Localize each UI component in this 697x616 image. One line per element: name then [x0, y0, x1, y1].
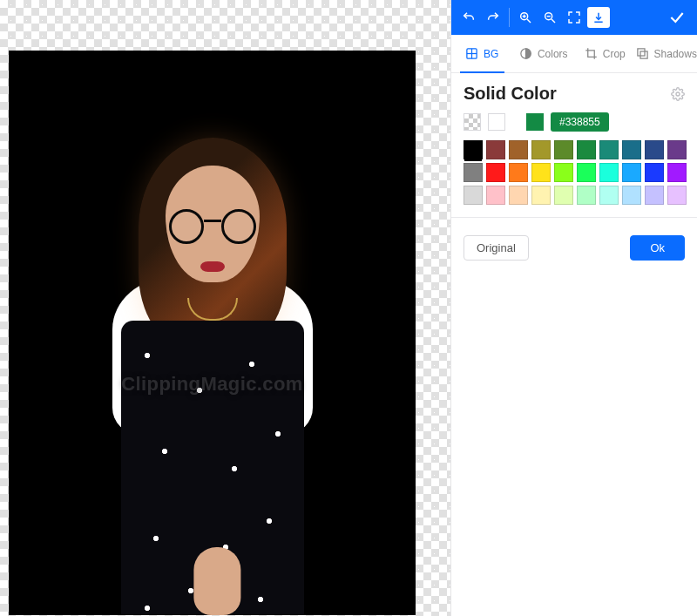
zoom-in-button[interactable] — [513, 5, 538, 30]
color-swatch[interactable] — [645, 163, 664, 182]
zoom-in-icon — [518, 10, 532, 24]
subject-lips — [200, 261, 225, 272]
svg-rect-12 — [640, 51, 647, 58]
canvas-area[interactable]: ClippingMagic.com — [0, 0, 450, 616]
tabs-bar: BG Colors Crop Shadows — [451, 35, 697, 73]
shadows-icon — [636, 47, 649, 60]
color-swatch[interactable] — [622, 186, 641, 205]
checkmark-icon — [668, 9, 686, 26]
subject-glasses — [169, 209, 256, 240]
tab-label: Crop — [603, 48, 626, 60]
tab-label: BG — [484, 48, 498, 60]
undo-button[interactable] — [457, 5, 481, 30]
color-swatch[interactable] — [464, 186, 483, 205]
download-icon — [592, 11, 605, 24]
top-toolbar — [451, 0, 697, 35]
color-swatch[interactable] — [645, 186, 664, 205]
redo-button[interactable] — [481, 5, 505, 30]
preset-current-color[interactable] — [526, 113, 544, 131]
download-button[interactable] — [586, 5, 611, 30]
toolbar-separator — [509, 8, 510, 27]
color-swatch[interactable] — [622, 140, 641, 159]
color-swatch[interactable] — [577, 140, 596, 159]
color-swatch[interactable] — [486, 186, 505, 205]
color-swatch[interactable] — [486, 140, 505, 159]
tab-label: Shadows — [654, 48, 697, 60]
hex-input[interactable]: #338855 — [551, 112, 609, 132]
preset-row: #338855 — [464, 112, 685, 132]
sidebar: BG Colors Crop Shadows Solid Color — [450, 0, 697, 616]
svg-rect-11 — [637, 49, 644, 56]
confirm-button[interactable] — [662, 9, 692, 26]
color-swatch[interactable] — [509, 163, 528, 182]
tab-colors[interactable]: Colors — [513, 35, 575, 72]
svg-line-5 — [552, 19, 555, 23]
color-swatch[interactable] — [464, 163, 483, 182]
original-button[interactable]: Original — [464, 235, 529, 261]
bg-grid-icon — [465, 47, 478, 60]
bg-settings-button[interactable] — [671, 87, 685, 101]
bg-section: Solid Color #338855 — [451, 73, 697, 218]
color-swatch[interactable] — [645, 140, 664, 159]
color-swatch[interactable] — [599, 140, 619, 159]
color-swatch[interactable] — [577, 186, 596, 205]
color-swatch[interactable] — [554, 140, 573, 159]
color-swatch[interactable] — [464, 140, 483, 159]
undo-icon — [462, 10, 476, 24]
color-swatch[interactable] — [622, 163, 641, 182]
preview-image[interactable]: ClippingMagic.com — [9, 51, 416, 615]
color-swatch[interactable] — [486, 163, 505, 182]
zoom-out-icon — [543, 10, 557, 24]
color-swatch[interactable] — [667, 186, 687, 205]
preset-white[interactable] — [488, 113, 505, 131]
subject-hand — [193, 547, 240, 615]
svg-line-1 — [527, 19, 531, 23]
preset-transparent[interactable] — [464, 113, 481, 131]
color-swatch[interactable] — [667, 140, 687, 159]
contrast-icon — [519, 47, 532, 60]
color-swatch[interactable] — [531, 163, 551, 182]
color-palette — [464, 140, 685, 205]
color-swatch[interactable] — [667, 163, 687, 182]
color-swatch[interactable] — [554, 186, 573, 205]
color-swatch[interactable] — [554, 163, 573, 182]
zoom-out-button[interactable] — [538, 5, 562, 30]
action-row: Original Ok — [451, 218, 697, 278]
gear-icon — [671, 87, 685, 101]
tab-label: Colors — [538, 48, 568, 60]
crop-icon — [585, 47, 598, 60]
color-swatch[interactable] — [531, 140, 551, 159]
redo-icon — [486, 10, 500, 24]
color-swatch[interactable] — [509, 186, 528, 205]
color-swatch[interactable] — [577, 163, 596, 182]
section-title: Solid Color — [464, 84, 557, 104]
tab-bg[interactable]: BG — [451, 35, 513, 72]
ok-button[interactable]: Ok — [630, 235, 685, 261]
color-swatch[interactable] — [599, 163, 619, 182]
tab-crop[interactable]: Crop — [574, 35, 636, 72]
watermark-text: ClippingMagic.com — [121, 373, 302, 396]
color-swatch[interactable] — [509, 140, 528, 159]
fit-to-screen-button[interactable] — [562, 5, 586, 30]
color-swatch[interactable] — [531, 186, 551, 205]
color-swatch[interactable] — [599, 186, 619, 205]
fit-to-screen-icon — [567, 10, 581, 24]
svg-point-13 — [676, 92, 680, 96]
tab-shadows[interactable]: Shadows — [636, 35, 698, 72]
